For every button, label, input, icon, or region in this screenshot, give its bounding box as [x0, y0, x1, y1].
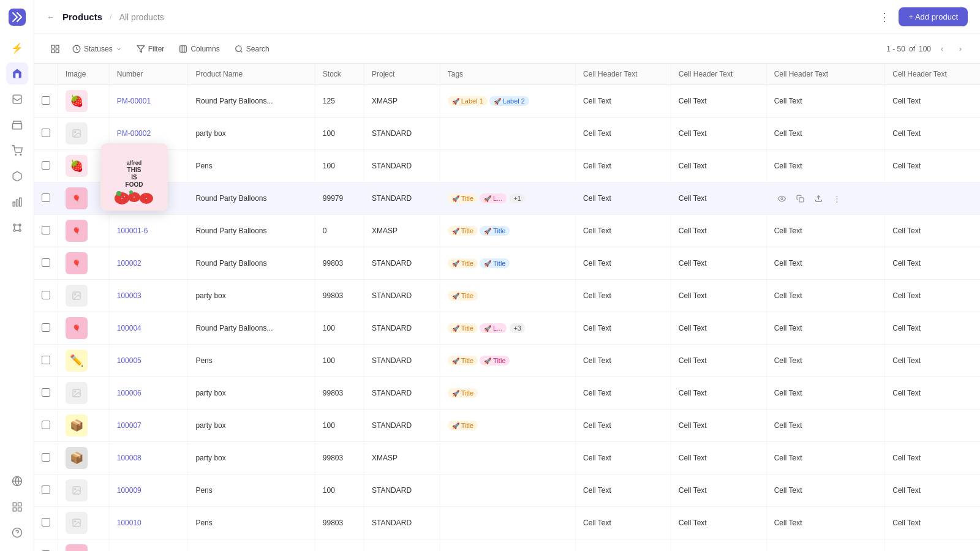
row-project: STANDARD: [364, 410, 440, 442]
row-checkbox[interactable]: [42, 388, 50, 397]
tag-item[interactable]: 🚀L...: [480, 323, 507, 333]
pagination-next-button[interactable]: ›: [953, 42, 968, 56]
row-checkbox-cell[interactable]: [34, 507, 58, 539]
row-cell3: Cell Text: [766, 150, 885, 182]
row-cell3: Cell Text: [766, 312, 885, 345]
row-checkbox-cell[interactable]: [34, 118, 58, 150]
tag-item[interactable]: 🚀Label 1: [448, 96, 488, 106]
row-checkbox-cell[interactable]: [34, 442, 58, 474]
tag-more[interactable]: +3: [510, 323, 525, 333]
row-checkbox-cell[interactable]: [34, 247, 58, 280]
row-checkbox[interactable]: [42, 193, 50, 202]
row-checkbox-cell[interactable]: [34, 150, 58, 182]
search-button[interactable]: Search: [228, 42, 276, 56]
tag-item[interactable]: 🚀Title: [480, 356, 510, 365]
row-copy-button[interactable]: [793, 190, 809, 206]
svg-rect-53: [799, 197, 804, 201]
row-checkbox[interactable]: [42, 226, 50, 234]
row-checkbox[interactable]: [42, 421, 50, 429]
row-project: STANDARD: [364, 507, 440, 539]
tag-item[interactable]: 🚀Title: [448, 388, 478, 398]
row-cell2: Cell Text: [671, 247, 766, 280]
tag-item[interactable]: 🚀Title: [448, 193, 478, 203]
row-checkbox-cell[interactable]: [34, 280, 58, 312]
pagination-of: of: [909, 45, 915, 53]
tag-item[interactable]: 🚀Title: [448, 421, 478, 430]
row-product-name: Round Party Balloons: [188, 182, 315, 215]
statuses-label: Statuses: [84, 45, 113, 53]
tag-item[interactable]: 🚀Title: [480, 258, 510, 268]
tag-item[interactable]: 🚀Title: [480, 226, 510, 236]
row-number: 100001-6: [109, 215, 188, 247]
row-checkbox-cell[interactable]: [34, 377, 58, 410]
sidebar-item-bolt[interactable]: ⚡: [6, 37, 28, 59]
view-toggle-button[interactable]: [47, 40, 64, 58]
svg-text:alfred: alfred: [127, 160, 142, 166]
row-cell4: Cell Text: [885, 539, 980, 552]
svg-rect-26: [51, 50, 55, 53]
tag-more[interactable]: +1: [510, 193, 525, 203]
tag-item[interactable]: 🚀Title: [448, 258, 478, 268]
row-checkbox[interactable]: [42, 323, 50, 332]
row-checkbox[interactable]: [42, 291, 50, 299]
tag-item[interactable]: 🚀Title: [448, 291, 478, 301]
row-checkbox[interactable]: [42, 161, 50, 170]
back-button[interactable]: ←: [47, 12, 55, 22]
row-checkbox-cell[interactable]: [34, 474, 58, 507]
pagination-prev-button[interactable]: ‹: [935, 42, 949, 56]
svg-point-48: [134, 197, 135, 198]
row-checkbox[interactable]: [42, 96, 50, 105]
sidebar-item-box[interactable]: [6, 165, 28, 187]
row-project: XMASP: [364, 215, 440, 247]
table-row: PM-00002 party box 100 STANDARD Cell Tex…: [34, 118, 980, 150]
col-project: Project: [364, 64, 440, 85]
row-cell3: ⋮: [766, 182, 885, 215]
row-checkbox-cell[interactable]: [34, 345, 58, 377]
tag-item[interactable]: 🚀L...: [480, 193, 507, 203]
row-cell3: Cell Text: [766, 118, 885, 150]
sidebar-item-help[interactable]: [6, 522, 28, 544]
row-product-name: party box: [188, 280, 315, 312]
sidebar-item-inbox[interactable]: [6, 88, 28, 110]
row-more-button[interactable]: ⋮: [829, 190, 845, 206]
sidebar-item-cart[interactable]: [6, 140, 28, 162]
row-checkbox-cell[interactable]: [34, 410, 58, 442]
filter-button[interactable]: Filter: [130, 42, 171, 56]
svg-rect-6: [16, 200, 18, 206]
row-product-name: party box: [188, 442, 315, 474]
more-options-button[interactable]: ⋮: [875, 8, 894, 26]
add-product-button[interactable]: + Add product: [899, 7, 968, 26]
statuses-button[interactable]: Statuses: [66, 42, 128, 56]
columns-button[interactable]: Columns: [173, 42, 225, 56]
sidebar-item-home[interactable]: [6, 62, 28, 84]
row-checkbox-cell[interactable]: [34, 85, 58, 118]
row-checkbox-cell[interactable]: [34, 539, 58, 552]
row-checkbox[interactable]: [42, 453, 50, 462]
tag-item[interactable]: 🚀Title: [448, 323, 478, 333]
svg-point-44: [116, 191, 121, 196]
topbar: ← Products / All products ⋮ + Add produc…: [34, 0, 980, 34]
sidebar-item-shop[interactable]: [6, 114, 28, 136]
row-checkbox[interactable]: [42, 518, 50, 527]
row-checkbox[interactable]: [42, 129, 50, 137]
tag-item[interactable]: 🚀Label 2: [489, 96, 529, 106]
sidebar-item-grid[interactable]: [6, 496, 28, 518]
app-logo[interactable]: [7, 7, 27, 27]
row-checkbox-cell[interactable]: [34, 182, 58, 215]
sidebar-item-globe[interactable]: [6, 470, 28, 492]
sidebar-item-graph[interactable]: [6, 217, 28, 239]
columns-label: Columns: [190, 45, 219, 53]
row-checkbox-cell[interactable]: [34, 215, 58, 247]
row-checkbox[interactable]: [42, 485, 50, 494]
row-checkbox[interactable]: [42, 356, 50, 364]
tag-item[interactable]: 🚀Title: [448, 226, 478, 236]
row-export-button[interactable]: [811, 190, 827, 206]
tag-item[interactable]: 🚀Title: [448, 356, 478, 365]
products-table-container[interactable]: Image Number Product Name Stock Project …: [34, 64, 980, 551]
row-checkbox[interactable]: [42, 258, 50, 267]
row-checkbox-cell[interactable]: [34, 312, 58, 345]
row-view-button[interactable]: [774, 190, 790, 206]
sidebar-item-chart[interactable]: [6, 191, 28, 213]
row-tags: 🚀Title: [440, 377, 575, 410]
table-row: 🎈 100004 Round Party Balloons... 100 STA…: [34, 312, 980, 345]
